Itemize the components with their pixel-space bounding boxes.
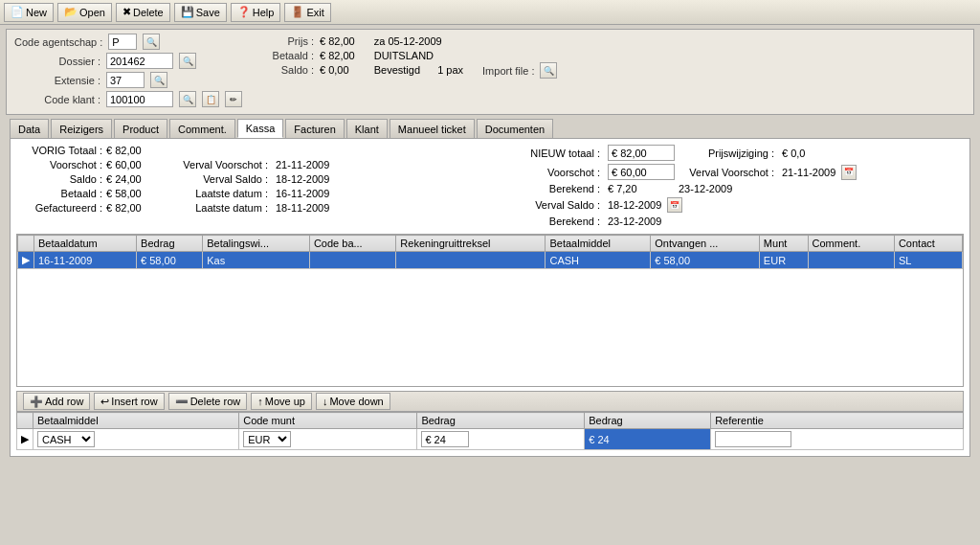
gefactureerd-value: € 82,00 bbox=[106, 202, 168, 214]
laatste-datum1-label: Laatste datum : bbox=[172, 188, 268, 199]
berekend2-label: Berekend : bbox=[504, 216, 600, 227]
extensie-input[interactable] bbox=[106, 72, 145, 88]
nieuw-totaal-input[interactable] bbox=[608, 145, 675, 161]
berekend1-label: Berekend : bbox=[504, 183, 600, 194]
dossier-input[interactable] bbox=[106, 53, 173, 69]
code-munt-select[interactable]: EUR bbox=[243, 431, 291, 447]
code-klant-search1[interactable]: 🔍 bbox=[179, 91, 196, 107]
tabs-bar: Data Reizigers Product Comment. Kassa Fa… bbox=[6, 119, 974, 138]
code-klant-input[interactable] bbox=[106, 91, 173, 107]
bedrag1-input[interactable] bbox=[421, 431, 469, 447]
sum-betaalmiddel-cell: CASH bbox=[33, 429, 239, 450]
summary-row[interactable]: ▶ CASH EUR € 24 bbox=[17, 429, 964, 450]
open-icon: 📂 bbox=[64, 6, 78, 18]
tab-comment[interactable]: Comment. bbox=[169, 119, 235, 138]
r-verval-voorschot-label: Verval Voorschot : bbox=[688, 167, 774, 178]
sum-row-indicator: ▶ bbox=[17, 429, 33, 450]
betaald-k-value: € 58,00 bbox=[106, 188, 168, 199]
col-betaalmiddel[interactable]: Betaalmiddel bbox=[546, 236, 651, 252]
form-area: Code agentschap : 🔍 Dossier : 🔍 Extensie… bbox=[6, 29, 974, 115]
table-actions: ➕ Add row ↩ Insert row ➖ Delete row ↑ Mo… bbox=[16, 391, 964, 412]
extensie-search[interactable]: 🔍 bbox=[150, 72, 167, 88]
sum-col-bedrag2[interactable]: Bedrag bbox=[585, 413, 711, 429]
r-voorschot-input[interactable] bbox=[608, 164, 675, 180]
tab-data[interactable]: Data bbox=[10, 119, 49, 138]
tab-manueel-ticket[interactable]: Manueel ticket bbox=[390, 119, 475, 138]
sum-col-code-munt[interactable]: Code munt bbox=[239, 413, 417, 429]
code-agentschap-input[interactable] bbox=[108, 34, 137, 50]
berekend2-value: 23-12-2009 bbox=[608, 216, 661, 227]
tab-reizigers[interactable]: Reizigers bbox=[51, 119, 112, 138]
referentie-input[interactable] bbox=[715, 431, 791, 447]
col-ontvangen[interactable]: Ontvangen ... bbox=[651, 236, 760, 252]
sum-bedrag1-cell bbox=[417, 429, 585, 450]
save-button[interactable]: 💾 Save bbox=[174, 3, 227, 22]
munt-cell: EUR bbox=[759, 252, 808, 269]
col-rekening[interactable]: Rekeningruittreksel bbox=[396, 236, 546, 252]
r-voorschot-label: Voorschot : bbox=[504, 167, 600, 178]
betaalmiddel-cell: CASH bbox=[546, 252, 651, 269]
col-betalingswijze[interactable]: Betalingswi... bbox=[203, 236, 310, 252]
open-button[interactable]: 📂 Open bbox=[57, 3, 112, 22]
sum-col-betaalmiddel[interactable]: Betaalmiddel bbox=[33, 413, 239, 429]
insert-row-button[interactable]: ↩ Insert row bbox=[94, 393, 164, 410]
move-down-button[interactable]: ↓ Move down bbox=[316, 393, 390, 410]
status-value: Bevestigd bbox=[374, 64, 420, 76]
laatste-datum1-value: 16-11-2009 bbox=[276, 188, 329, 199]
sum-col-referentie[interactable]: Referentie bbox=[711, 413, 964, 429]
new-button[interactable]: 📄 New bbox=[4, 3, 54, 22]
verval-saldo-label: Verval Saldo : bbox=[172, 173, 268, 185]
tab-product[interactable]: Product bbox=[114, 119, 167, 138]
col-code-ba[interactable]: Code ba... bbox=[309, 236, 395, 252]
voorschot-label: Voorschot : bbox=[16, 159, 102, 170]
tab-klant[interactable]: Klant bbox=[346, 119, 388, 138]
tab-kassa[interactable]: Kassa bbox=[237, 119, 284, 138]
betaalmiddel-select[interactable]: CASH bbox=[37, 431, 95, 447]
pax-value: 1 pax bbox=[437, 64, 463, 76]
col-betaaldatum[interactable]: Betaaldatum bbox=[34, 236, 137, 252]
delete-button[interactable]: ✖ Delete bbox=[116, 3, 170, 22]
rekening-cell bbox=[396, 252, 546, 269]
code-klant-edit[interactable]: ✏ bbox=[225, 91, 242, 107]
ontvangen-cell: € 58,00 bbox=[651, 252, 760, 269]
calendar-btn-2[interactable]: 📅 bbox=[667, 197, 682, 213]
code-agentschap-search[interactable]: 🔍 bbox=[143, 34, 160, 50]
sum-col-bedrag1[interactable]: Bedrag bbox=[417, 413, 585, 429]
saldo-label: Saldo : bbox=[261, 64, 314, 76]
betalingswijze-cell: Kas bbox=[203, 252, 310, 269]
col-bedrag[interactable]: Bedrag bbox=[137, 236, 203, 252]
move-up-button[interactable]: ↑ Move up bbox=[251, 393, 312, 410]
import-file-search[interactable]: 🔍 bbox=[540, 62, 557, 79]
summary-table: Betaalmiddel Code munt Bedrag Bedrag Ref… bbox=[16, 412, 964, 450]
sum-col-indicator bbox=[17, 413, 33, 429]
saldo-value: € 0,00 bbox=[320, 64, 349, 76]
help-button[interactable]: ❓ Help bbox=[231, 3, 281, 22]
tab-facturen[interactable]: Facturen bbox=[285, 119, 344, 138]
tab-documenten[interactable]: Documenten bbox=[477, 119, 553, 138]
prijswijziging-value: € 0,0 bbox=[782, 148, 805, 159]
extensie-label: Extensie : bbox=[14, 75, 100, 86]
toolbar: 📄 New 📂 Open ✖ Delete 💾 Save ❓ Help 🚪 Ex… bbox=[0, 0, 980, 25]
country-value: DUITSLAND bbox=[374, 50, 434, 61]
berekend1-date: 23-12-2009 bbox=[679, 183, 732, 194]
col-munt[interactable]: Munt bbox=[759, 236, 808, 252]
delete-icon: ✖ bbox=[122, 6, 131, 18]
saldo-k-value: € 24,00 bbox=[106, 173, 168, 185]
r-verval-voorschot-value: 21-11-2009 bbox=[782, 167, 835, 178]
add-row-button[interactable]: ➕ Add row bbox=[23, 393, 90, 410]
delete-row-button[interactable]: ➖ Delete row bbox=[168, 393, 248, 410]
prijs-value: € 82,00 bbox=[320, 35, 355, 47]
date-value: za 05-12-2009 bbox=[374, 35, 442, 47]
laatste-datum2-label: Laatste datum : bbox=[172, 202, 268, 214]
new-icon: 📄 bbox=[11, 6, 24, 18]
table-row[interactable]: ▶ 16-11-2009 € 58,00 Kas CASH € 58,00 EU… bbox=[18, 252, 963, 269]
betaald-value: € 82,00 bbox=[320, 50, 355, 61]
dossier-search[interactable]: 🔍 bbox=[179, 53, 196, 69]
code-klant-search2[interactable]: 📋 bbox=[202, 91, 219, 107]
contact-cell: SL bbox=[894, 252, 962, 269]
col-comment[interactable]: Comment. bbox=[808, 236, 894, 252]
col-indicator bbox=[18, 236, 34, 252]
exit-button[interactable]: 🚪 Exit bbox=[284, 3, 330, 22]
col-contact[interactable]: Contact bbox=[894, 236, 962, 252]
calendar-btn-1[interactable]: 📅 bbox=[841, 165, 857, 180]
